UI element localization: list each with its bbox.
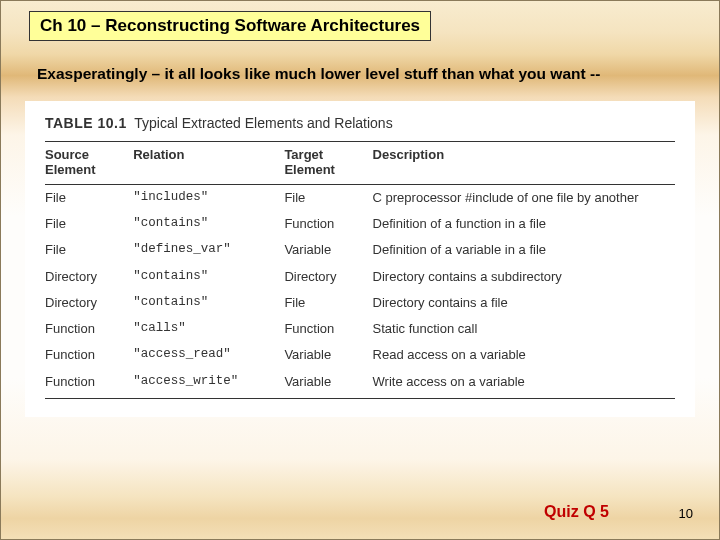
cell-source: Function: [45, 342, 133, 368]
cell-relation: "defines_var": [133, 237, 284, 263]
cell-relation: "access_read": [133, 342, 284, 368]
cell-source: File: [45, 211, 133, 237]
table-label: TABLE 10.1: [45, 115, 127, 131]
cell-target: Variable: [284, 237, 372, 263]
cell-desc: C preprocessor #include of one file by a…: [373, 184, 675, 211]
cell-target: File: [284, 290, 372, 316]
table-row: Function "calls" Function Static functio…: [45, 316, 675, 342]
cell-relation: "includes": [133, 184, 284, 211]
cell-relation: "calls": [133, 316, 284, 342]
cell-source: Function: [45, 369, 133, 399]
cell-desc: Directory contains a file: [373, 290, 675, 316]
cell-target: Variable: [284, 369, 372, 399]
cell-desc: Read access on a variable: [373, 342, 675, 368]
slide-subtitle: Exasperatingly – it all looks like much …: [37, 65, 719, 83]
table-row: Directory "contains" File Directory cont…: [45, 290, 675, 316]
cell-desc: Definition of a function in a file: [373, 211, 675, 237]
col-description: Description: [373, 142, 675, 185]
table-caption-text: Typical Extracted Elements and Relations: [134, 115, 392, 131]
cell-relation: "contains": [133, 211, 284, 237]
quiz-label: Quiz Q 5: [544, 503, 609, 521]
table-row: Function "access_read" Variable Read acc…: [45, 342, 675, 368]
table-row: Directory "contains" Directory Directory…: [45, 264, 675, 290]
cell-source: Directory: [45, 264, 133, 290]
cell-target: Directory: [284, 264, 372, 290]
cell-relation: "contains": [133, 290, 284, 316]
cell-source: File: [45, 237, 133, 263]
table-header-row: SourceElement Relation TargetElement Des…: [45, 142, 675, 185]
table-row: Function "access_write" Variable Write a…: [45, 369, 675, 399]
table-row: File "includes" File C preprocessor #inc…: [45, 184, 675, 211]
table-caption: TABLE 10.1 Typical Extracted Elements an…: [45, 115, 675, 131]
cell-source: Directory: [45, 290, 133, 316]
cell-target: Variable: [284, 342, 372, 368]
cell-source: Function: [45, 316, 133, 342]
cell-desc: Static function call: [373, 316, 675, 342]
cell-target: File: [284, 184, 372, 211]
col-relation: Relation: [133, 142, 284, 185]
cell-desc: Directory contains a subdirectory: [373, 264, 675, 290]
col-source-element: SourceElement: [45, 142, 133, 185]
table-container: TABLE 10.1 Typical Extracted Elements an…: [25, 101, 695, 417]
table-row: File "defines_var" Variable Definition o…: [45, 237, 675, 263]
cell-relation: "access_write": [133, 369, 284, 399]
table-row: File "contains" Function Definition of a…: [45, 211, 675, 237]
cell-desc: Write access on a variable: [373, 369, 675, 399]
cell-desc: Definition of a variable in a file: [373, 237, 675, 263]
cell-target: Function: [284, 211, 372, 237]
col-target-element: TargetElement: [284, 142, 372, 185]
cell-target: Function: [284, 316, 372, 342]
elements-table: SourceElement Relation TargetElement Des…: [45, 141, 675, 399]
cell-relation: "contains": [133, 264, 284, 290]
slide-title: Ch 10 – Reconstructing Software Architec…: [29, 11, 431, 41]
page-number: 10: [679, 506, 693, 521]
cell-source: File: [45, 184, 133, 211]
